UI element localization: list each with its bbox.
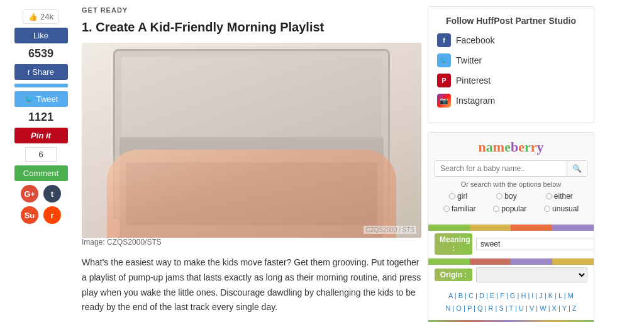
like-count-box: 👍 24k xyxy=(23,9,59,24)
tweet-count-value: 1121 xyxy=(28,111,53,124)
radio-unusual-circle xyxy=(544,206,550,212)
like-count-value: 24k xyxy=(40,12,53,21)
right-sidebar: Follow HuffPost Partner Studio f Faceboo… xyxy=(428,6,594,322)
tweet-button[interactable]: 🐦 Tweet xyxy=(14,91,68,107)
article-body-text: What's the easiest way to make the kids … xyxy=(82,255,421,315)
stumbleupon-button[interactable]: Su xyxy=(21,206,38,224)
nameberry-radio-girl[interactable]: girl xyxy=(449,192,467,201)
image-caption: Image: CZQS2000/STS xyxy=(82,238,421,247)
radio-popular-circle xyxy=(493,206,499,212)
nameberry-radio-group-1: girl boy either xyxy=(435,192,587,201)
nameberry-widget: nameberry 🔍 Or search with the options b… xyxy=(428,132,594,322)
pinterest-follow-icon: P xyxy=(437,74,451,87)
article-title: 1. Create A Kid-Friendly Morning Playlis… xyxy=(82,19,421,35)
radio-familiar-circle xyxy=(443,206,450,212)
nameberry-radio-unusual[interactable]: unusual xyxy=(544,204,579,213)
social-sidebar: 👍 24k Like 6539 f Share 🐦 Tweet 1121 Pin… xyxy=(6,6,75,322)
facebook-share-label: Share xyxy=(32,67,54,77)
nameberry-radio-familiar[interactable]: familiar xyxy=(443,204,476,213)
radio-girl-circle xyxy=(449,193,455,199)
nameberry-radio-group-2: familiar popular unusual xyxy=(435,204,587,213)
keyboard-decoration xyxy=(119,137,384,238)
hands-typing-decoration xyxy=(107,150,396,238)
pinterest-pin-button[interactable]: Pin it xyxy=(14,128,68,143)
nameberry-meaning-input[interactable] xyxy=(476,238,594,250)
twitter-follow-icon: 🐦 xyxy=(437,53,451,67)
extra-social-icons-2: Su r xyxy=(21,206,61,224)
facebook-share-icon: f xyxy=(28,69,30,76)
nameberry-search-button-container: search xyxy=(428,320,594,322)
nameberry-search-bar: 🔍 xyxy=(435,160,587,177)
follow-box: Follow HuffPost Partner Studio f Faceboo… xyxy=(428,6,594,123)
radio-popular-label: popular xyxy=(501,204,526,213)
radio-boy-circle xyxy=(496,193,502,199)
radio-familiar-label: familiar xyxy=(452,204,476,213)
nameberry-radio-boy[interactable]: boy xyxy=(496,192,516,201)
nameberry-search-icon-button[interactable]: 🔍 xyxy=(567,161,587,176)
pinterest-follow-label: Pinterest xyxy=(456,75,491,86)
nameberry-logo: nameberry xyxy=(435,139,587,155)
image-credit-overlay: CZQS2000 / STS xyxy=(364,226,416,234)
article-image: CZQS2000 / STS xyxy=(82,43,421,238)
nameberry-or-text: Or search with the options below xyxy=(435,180,587,188)
facebook-share-button[interactable]: f Share xyxy=(14,64,68,80)
nameberry-origin-label: Origin : xyxy=(435,269,472,281)
main-article: GET READY 1. Create A Kid-Friendly Morni… xyxy=(82,6,421,322)
thumbs-up-icon: 👍 xyxy=(28,13,38,21)
tweet-bar-decoration xyxy=(14,84,68,87)
nameberry-origin-row: Origin : xyxy=(428,267,594,282)
nameberry-search-input[interactable] xyxy=(435,161,567,176)
nameberry-banner-1 xyxy=(428,225,594,231)
pinterest-follow-link[interactable]: P Pinterest xyxy=(437,74,585,87)
reddit-button[interactable]: r xyxy=(43,206,61,224)
instagram-follow-label: Instagram xyxy=(456,96,495,106)
share-count-value: 6539 xyxy=(28,47,53,60)
nameberry-alphabet[interactable]: A | B | C | D | E | F | G | H | I | J | … xyxy=(428,287,594,320)
nameberry-origin-select[interactable] xyxy=(476,267,587,282)
instagram-follow-icon: 📷 xyxy=(437,94,451,108)
nameberry-meaning-row: Meaning : xyxy=(428,233,594,255)
article-image-container: CZQS2000 / STS Image: CZQS2000/STS xyxy=(82,43,421,247)
nameberry-radio-either[interactable]: either xyxy=(546,192,573,201)
radio-unusual-label: unusual xyxy=(552,204,579,213)
twitter-follow-link[interactable]: 🐦 Twitter xyxy=(437,53,585,67)
facebook-follow-link[interactable]: f Facebook xyxy=(437,33,585,47)
nameberry-banner-2 xyxy=(428,258,594,265)
instagram-follow-link[interactable]: 📷 Instagram xyxy=(437,94,585,108)
twitter-icon: 🐦 xyxy=(24,94,34,104)
follow-box-title: Follow HuffPost Partner Studio xyxy=(437,16,585,26)
radio-girl-label: girl xyxy=(457,192,467,201)
twitter-follow-label: Twitter xyxy=(456,55,482,65)
radio-either-circle xyxy=(546,193,552,199)
article-section-label: GET READY xyxy=(82,6,421,14)
google-plus-button[interactable]: G+ xyxy=(21,185,38,203)
facebook-follow-icon: f xyxy=(437,33,451,47)
facebook-follow-label: Facebook xyxy=(456,35,494,45)
extra-social-icons: G+ t xyxy=(21,185,61,203)
nameberry-header: nameberry 🔍 Or search with the options b… xyxy=(428,133,594,225)
facebook-like-button[interactable]: Like xyxy=(14,28,68,43)
nameberry-meaning-label: Meaning : xyxy=(435,233,472,255)
comment-button[interactable]: Comment xyxy=(14,165,68,181)
radio-boy-label: boy xyxy=(504,192,516,201)
tweet-label: Tweet xyxy=(36,94,58,104)
tumblr-button[interactable]: t xyxy=(43,185,61,203)
nameberry-radio-popular[interactable]: popular xyxy=(493,204,526,213)
comment-count-value: 6 xyxy=(25,147,57,162)
radio-either-label: either xyxy=(554,192,573,201)
